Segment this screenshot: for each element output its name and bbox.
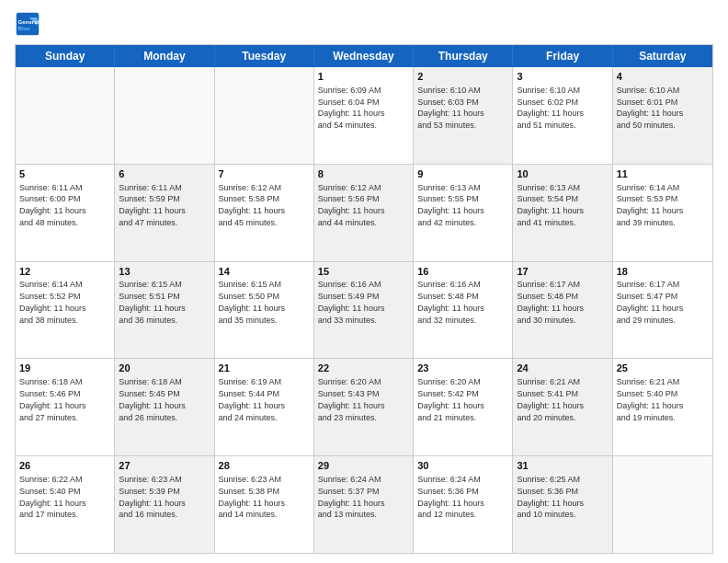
calendar-cell-r2-c4: 16Sunrise: 6:16 AM Sunset: 5:48 PM Dayli… <box>414 262 513 359</box>
calendar-cell-r2-c0: 12Sunrise: 6:14 AM Sunset: 5:52 PM Dayli… <box>16 262 115 359</box>
day-number: 22 <box>318 362 409 375</box>
calendar-row-3: 19Sunrise: 6:18 AM Sunset: 5:46 PM Dayli… <box>16 359 712 456</box>
calendar-row-4: 26Sunrise: 6:22 AM Sunset: 5:40 PM Dayli… <box>16 456 712 553</box>
calendar-cell-r4-c5: 31Sunrise: 6:25 AM Sunset: 5:36 PM Dayli… <box>513 456 612 553</box>
day-number: 24 <box>517 362 608 375</box>
calendar-cell-r0-c4: 2Sunrise: 6:10 AM Sunset: 6:03 PM Daylig… <box>414 67 513 164</box>
logo-icon: General Blue <box>15 11 40 37</box>
weekday-header-sunday: Sunday <box>16 45 115 67</box>
day-number: 19 <box>19 362 110 375</box>
cell-info: Sunrise: 6:24 AM Sunset: 5:36 PM Dayligh… <box>417 475 484 519</box>
weekday-header-friday: Friday <box>513 45 612 67</box>
cell-info: Sunrise: 6:09 AM Sunset: 6:04 PM Dayligh… <box>318 86 385 130</box>
calendar-cell-r0-c2 <box>215 67 314 164</box>
calendar-cell-r0-c0 <box>16 67 115 164</box>
calendar-cell-r3-c5: 24Sunrise: 6:21 AM Sunset: 5:41 PM Dayli… <box>513 359 612 455</box>
cell-info: Sunrise: 6:15 AM Sunset: 5:50 PM Dayligh… <box>219 280 286 324</box>
day-number: 27 <box>119 459 210 473</box>
cell-info: Sunrise: 6:24 AM Sunset: 5:37 PM Dayligh… <box>318 475 385 519</box>
weekday-header-thursday: Thursday <box>414 45 513 67</box>
day-number: 15 <box>318 265 409 279</box>
cell-info: Sunrise: 6:17 AM Sunset: 5:48 PM Dayligh… <box>517 280 584 324</box>
svg-text:General: General <box>18 18 40 25</box>
calendar-cell-r1-c3: 8Sunrise: 6:12 AM Sunset: 5:56 PM Daylig… <box>314 165 414 261</box>
day-number: 1 <box>318 70 409 84</box>
weekday-header-saturday: Saturday <box>613 45 712 67</box>
cell-info: Sunrise: 6:23 AM Sunset: 5:39 PM Dayligh… <box>119 475 186 519</box>
calendar-cell-r2-c6: 18Sunrise: 6:17 AM Sunset: 5:47 PM Dayli… <box>613 262 712 359</box>
cell-info: Sunrise: 6:20 AM Sunset: 5:43 PM Dayligh… <box>318 377 385 421</box>
cell-info: Sunrise: 6:13 AM Sunset: 5:54 PM Dayligh… <box>517 183 584 227</box>
calendar-cell-r4-c0: 26Sunrise: 6:22 AM Sunset: 5:40 PM Dayli… <box>16 456 115 553</box>
calendar-cell-r1-c5: 10Sunrise: 6:13 AM Sunset: 5:54 PM Dayli… <box>513 165 612 261</box>
weekday-header-tuesday: Tuesday <box>215 45 314 67</box>
calendar-cell-r1-c4: 9Sunrise: 6:13 AM Sunset: 5:55 PM Daylig… <box>414 165 513 261</box>
day-number: 13 <box>119 265 210 279</box>
day-number: 6 <box>119 167 210 181</box>
cell-info: Sunrise: 6:22 AM Sunset: 5:40 PM Dayligh… <box>19 475 86 519</box>
cell-info: Sunrise: 6:21 AM Sunset: 5:40 PM Dayligh… <box>617 377 684 421</box>
cell-info: Sunrise: 6:21 AM Sunset: 5:41 PM Dayligh… <box>517 377 584 421</box>
calendar-row-1: 5Sunrise: 6:11 AM Sunset: 6:00 PM Daylig… <box>16 165 712 262</box>
calendar-cell-r2-c3: 15Sunrise: 6:16 AM Sunset: 5:49 PM Dayli… <box>314 262 414 359</box>
day-number: 12 <box>19 265 110 279</box>
cell-info: Sunrise: 6:25 AM Sunset: 5:36 PM Dayligh… <box>517 475 584 519</box>
calendar-cell-r0-c5: 3Sunrise: 6:10 AM Sunset: 6:02 PM Daylig… <box>513 67 612 164</box>
day-number: 16 <box>417 265 508 279</box>
calendar-cell-r4-c1: 27Sunrise: 6:23 AM Sunset: 5:39 PM Dayli… <box>115 456 214 553</box>
day-number: 2 <box>417 70 508 84</box>
calendar-cell-r3-c4: 23Sunrise: 6:20 AM Sunset: 5:42 PM Dayli… <box>414 359 513 455</box>
calendar-cell-r0-c6: 4Sunrise: 6:10 AM Sunset: 6:01 PM Daylig… <box>613 67 712 164</box>
calendar-cell-r3-c2: 21Sunrise: 6:19 AM Sunset: 5:44 PM Dayli… <box>215 359 314 455</box>
calendar-header: SundayMondayTuesdayWednesdayThursdayFrid… <box>16 45 712 67</box>
day-number: 5 <box>19 167 110 181</box>
day-number: 21 <box>219 362 310 375</box>
calendar-body: 1Sunrise: 6:09 AM Sunset: 6:04 PM Daylig… <box>16 67 712 553</box>
weekday-header-monday: Monday <box>115 45 214 67</box>
day-number: 20 <box>119 362 210 375</box>
calendar-cell-r1-c0: 5Sunrise: 6:11 AM Sunset: 6:00 PM Daylig… <box>16 165 115 261</box>
day-number: 11 <box>617 167 709 181</box>
cell-info: Sunrise: 6:13 AM Sunset: 5:55 PM Dayligh… <box>417 183 484 227</box>
cell-info: Sunrise: 6:17 AM Sunset: 5:47 PM Dayligh… <box>617 280 684 324</box>
cell-info: Sunrise: 6:16 AM Sunset: 5:49 PM Dayligh… <box>318 280 385 324</box>
day-number: 18 <box>617 265 709 279</box>
cell-info: Sunrise: 6:12 AM Sunset: 5:58 PM Dayligh… <box>219 183 286 227</box>
cell-info: Sunrise: 6:14 AM Sunset: 5:52 PM Dayligh… <box>19 280 86 324</box>
calendar-cell-r2-c5: 17Sunrise: 6:17 AM Sunset: 5:48 PM Dayli… <box>513 262 612 359</box>
calendar-cell-r1-c1: 6Sunrise: 6:11 AM Sunset: 5:59 PM Daylig… <box>115 165 214 261</box>
calendar-cell-r4-c4: 30Sunrise: 6:24 AM Sunset: 5:36 PM Dayli… <box>414 456 513 553</box>
day-number: 29 <box>318 459 409 473</box>
cell-info: Sunrise: 6:10 AM Sunset: 6:02 PM Dayligh… <box>517 86 584 130</box>
weekday-header-wednesday: Wednesday <box>314 45 414 67</box>
day-number: 7 <box>219 167 310 181</box>
calendar-cell-r3-c3: 22Sunrise: 6:20 AM Sunset: 5:43 PM Dayli… <box>314 359 414 455</box>
calendar-cell-r3-c1: 20Sunrise: 6:18 AM Sunset: 5:45 PM Dayli… <box>115 359 214 455</box>
header: General Blue <box>15 11 713 37</box>
day-number: 17 <box>517 265 608 279</box>
logo: General Blue <box>15 11 40 37</box>
calendar-cell-r2-c2: 14Sunrise: 6:15 AM Sunset: 5:50 PM Dayli… <box>215 262 314 359</box>
calendar-cell-r3-c6: 25Sunrise: 6:21 AM Sunset: 5:40 PM Dayli… <box>613 359 712 455</box>
day-number: 4 <box>617 70 709 84</box>
day-number: 8 <box>318 167 409 181</box>
day-number: 9 <box>417 167 508 181</box>
day-number: 14 <box>219 265 310 279</box>
cell-info: Sunrise: 6:11 AM Sunset: 6:00 PM Dayligh… <box>19 183 86 227</box>
calendar-cell-r2-c1: 13Sunrise: 6:15 AM Sunset: 5:51 PM Dayli… <box>115 262 214 359</box>
cell-info: Sunrise: 6:15 AM Sunset: 5:51 PM Dayligh… <box>119 280 186 324</box>
cell-info: Sunrise: 6:10 AM Sunset: 6:01 PM Dayligh… <box>617 86 684 130</box>
calendar: SundayMondayTuesdayWednesdayThursdayFrid… <box>15 44 713 554</box>
cell-info: Sunrise: 6:19 AM Sunset: 5:44 PM Dayligh… <box>219 377 286 421</box>
calendar-cell-r0-c3: 1Sunrise: 6:09 AM Sunset: 6:04 PM Daylig… <box>314 67 414 164</box>
calendar-cell-r4-c2: 28Sunrise: 6:23 AM Sunset: 5:38 PM Dayli… <box>215 456 314 553</box>
calendar-cell-r3-c0: 19Sunrise: 6:18 AM Sunset: 5:46 PM Dayli… <box>16 359 115 455</box>
cell-info: Sunrise: 6:12 AM Sunset: 5:56 PM Dayligh… <box>318 183 385 227</box>
cell-info: Sunrise: 6:23 AM Sunset: 5:38 PM Dayligh… <box>219 475 286 519</box>
calendar-cell-r1-c2: 7Sunrise: 6:12 AM Sunset: 5:58 PM Daylig… <box>215 165 314 261</box>
calendar-cell-r0-c1 <box>115 67 214 164</box>
calendar-cell-r4-c3: 29Sunrise: 6:24 AM Sunset: 5:37 PM Dayli… <box>314 456 414 553</box>
calendar-cell-r1-c6: 11Sunrise: 6:14 AM Sunset: 5:53 PM Dayli… <box>613 165 712 261</box>
day-number: 23 <box>417 362 508 375</box>
cell-info: Sunrise: 6:18 AM Sunset: 5:45 PM Dayligh… <box>119 377 186 421</box>
